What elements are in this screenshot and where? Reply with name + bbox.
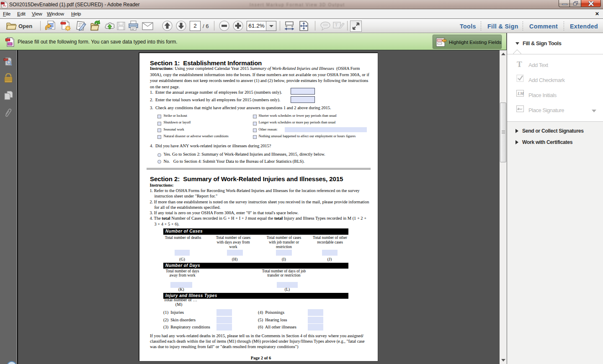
svg-text:T: T bbox=[335, 23, 338, 27]
svg-text:LM: LM bbox=[517, 91, 524, 96]
